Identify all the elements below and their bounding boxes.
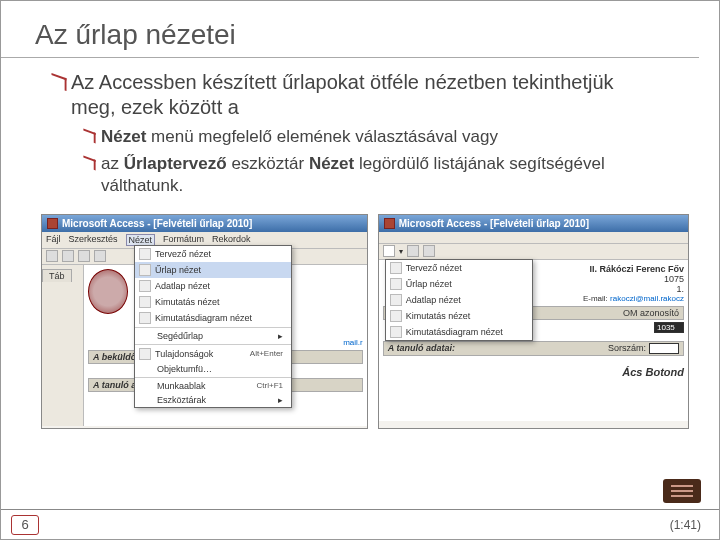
slide-title: Az űrlap nézetei [1, 1, 699, 58]
app-title-left: Microsoft Access - [Felvételi űrlap 2010… [62, 218, 252, 229]
email-label: E-mail: [583, 294, 608, 303]
nezet-menu-dropdown: Tervező nézet Űrlap nézet Adatlap nézet … [134, 245, 292, 408]
datasheet-view-icon [139, 280, 151, 292]
form-view-icon [390, 278, 402, 290]
bullet-sub-1-bold: Nézet [101, 127, 146, 146]
view-button[interactable] [383, 245, 395, 257]
bullet-sub-1: Nézet menü megfelelő elemének választásá… [101, 126, 659, 147]
toolbar-right: ▾ [379, 244, 688, 260]
bullet-sub-2-bold2: Nézet [309, 154, 354, 173]
tool-icon[interactable] [78, 250, 90, 262]
form-view-icon [139, 264, 151, 276]
menu-item-kimutatas[interactable]: Kimutatás nézet [135, 294, 291, 310]
pivot-view-icon [139, 296, 151, 308]
slide-footer: 6 (1:41) [1, 509, 719, 539]
section-tanulo-r: A tanuló adatai: Sorszám: [383, 341, 684, 356]
page-number: 6 [11, 515, 39, 535]
pivotchart-view-icon [390, 326, 402, 338]
tool-icon[interactable] [62, 250, 74, 262]
menu-item-segedurlap[interactable]: Segédűrlap▸ [135, 329, 291, 343]
menu-item-munkaablak[interactable]: MunkaablakCtrl+F1 [135, 379, 291, 393]
pivotchart-view-icon [139, 312, 151, 324]
titlebar-right: Microsoft Access - [Felvételi űrlap 2010… [379, 215, 688, 232]
email-value: rakoczi@mail.rakocz [610, 294, 684, 303]
menu-item-objektumfu[interactable]: Objektumfü… [135, 362, 291, 376]
sorszam-field[interactable] [649, 343, 679, 354]
portrait-image [88, 269, 128, 314]
sorszam-label: Sorszám: [608, 343, 646, 354]
om-label: OM azonosító [623, 308, 679, 318]
om-value: 1035 [654, 322, 684, 333]
bullet-sub-2-bold1: Űrlaptervező [124, 154, 227, 173]
access-icon [47, 218, 58, 229]
tool-icon[interactable] [94, 250, 106, 262]
tool-icon[interactable] [407, 245, 419, 257]
student-name: Ács Botond [383, 366, 684, 378]
menu-item-tulajdonsagok[interactable]: TulajdonságokAlt+Enter [135, 346, 291, 362]
tool-icon[interactable] [46, 250, 58, 262]
view-item-kimutatasdiagram[interactable]: Kimutatásdiagram nézet [386, 324, 532, 340]
screenshot-right: Microsoft Access - [Felvételi űrlap 2010… [378, 214, 689, 429]
nav-icon[interactable] [663, 479, 701, 503]
access-icon [384, 218, 395, 229]
design-view-icon [139, 248, 151, 260]
menu-item-tervezo[interactable]: Tervező nézet [135, 246, 291, 262]
bullet-main: Az Accessben készített űrlapokat ötféle … [71, 70, 659, 120]
properties-icon [139, 348, 151, 360]
pivot-view-icon [390, 310, 402, 322]
slide-time: (1:41) [670, 518, 701, 532]
design-view-icon [390, 262, 402, 274]
bullet-sub-2: az Űrlaptervező eszköztár Nézet legördül… [101, 153, 659, 196]
menu-item-eszkoztarak[interactable]: Eszköztárak▸ [135, 393, 291, 407]
menu-item-adatlap[interactable]: Adatlap nézet [135, 278, 291, 294]
app-title-right: Microsoft Access - [Felvételi űrlap 2010… [399, 218, 589, 229]
menu-fajl[interactable]: Fájl [46, 234, 61, 246]
tool-icon[interactable] [423, 245, 435, 257]
chevron-down-icon[interactable]: ▾ [399, 247, 403, 256]
bullet-sub-2-pre: az [101, 154, 124, 173]
view-toolbar-dropdown: Tervező nézet Űrlap nézet Adatlap nézet … [385, 259, 533, 341]
bullet-sub-2-mid: eszköztár [227, 154, 309, 173]
datasheet-view-icon [390, 294, 402, 306]
view-item-tervezo[interactable]: Tervező nézet [386, 260, 532, 276]
titlebar-left: Microsoft Access - [Felvételi űrlap 2010… [42, 215, 367, 232]
menu-item-urlap[interactable]: Űrlap nézet [135, 262, 291, 278]
menu-item-kimutatasdiagram[interactable]: Kimutatásdiagram nézet [135, 310, 291, 326]
view-item-urlap[interactable]: Űrlap nézet [386, 276, 532, 292]
view-item-adatlap[interactable]: Adatlap nézet [386, 292, 532, 308]
screenshot-left: Microsoft Access - [Felvételi űrlap 2010… [41, 214, 368, 429]
bullet-sub-1-tail: menü megfelelő elemének választásával va… [146, 127, 498, 146]
left-tab[interactable]: Táb [42, 269, 72, 282]
menu-szerkesztes[interactable]: Szerkesztés [69, 234, 118, 246]
menubar-right [379, 232, 688, 244]
view-item-kimutatas[interactable]: Kimutatás nézet [386, 308, 532, 324]
